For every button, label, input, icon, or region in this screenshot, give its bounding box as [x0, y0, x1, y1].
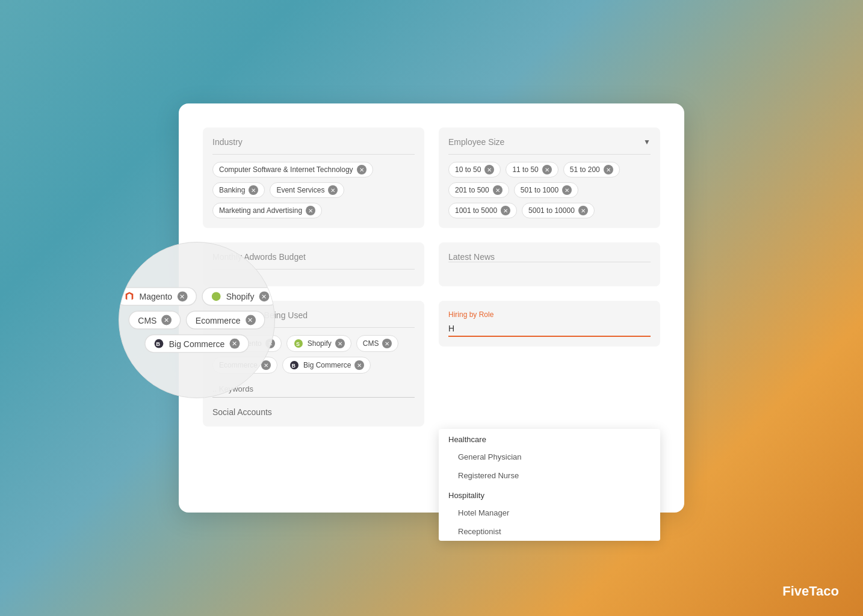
tag-501-1000[interactable]: 501 to 1000 ✕: [514, 182, 578, 198]
bigcommerce-icon: B: [289, 360, 300, 371]
remove-1001-5000[interactable]: ✕: [501, 206, 510, 215]
top-row: Industry Computer Software & Internet Te…: [203, 128, 660, 228]
fivetaco-five: Five: [782, 584, 809, 599]
remove-shopify[interactable]: ✕: [335, 339, 345, 348]
tag-10-50[interactable]: 10 to 50 ✕: [448, 162, 501, 177]
tag-cms[interactable]: CMS ✕: [356, 335, 399, 352]
svg-text:B: B: [156, 340, 160, 347]
tag-banking[interactable]: Banking ✕: [212, 182, 265, 198]
remove-banking[interactable]: ✕: [249, 185, 258, 195]
latest-news-section: Latest News: [439, 242, 660, 286]
svg-point-6: [212, 292, 221, 301]
tag-11-50[interactable]: 11 to 50 ✕: [506, 162, 558, 177]
tag-51-200[interactable]: 51 to 200 ✕: [563, 162, 620, 177]
svg-text:B: B: [292, 363, 296, 369]
remove-201-500[interactable]: ✕: [493, 185, 503, 195]
zoom-tag-shopify: Shopify ✕: [202, 287, 275, 306]
zoom-tag-ecommerce: Ecommerce ✕: [186, 311, 265, 330]
industry-label: Industry: [212, 137, 415, 147]
remove-marketing[interactable]: ✕: [306, 206, 315, 215]
tag-event-services[interactable]: Event Services ✕: [270, 182, 344, 198]
remove-bigcommerce[interactable]: ✕: [354, 360, 364, 370]
remove-10-50[interactable]: ✕: [484, 165, 494, 174]
employee-size-section: Employee Size ▼ 10 to 50 ✕ 11 to 50 ✕ 51…: [439, 128, 660, 228]
hiring-input[interactable]: [448, 321, 651, 337]
remove-51-200[interactable]: ✕: [604, 165, 613, 174]
fivetaco-taco: Taco: [809, 584, 839, 599]
employee-size-tags: 10 to 50 ✕ 11 to 50 ✕ 51 to 200 ✕ 201 to…: [448, 162, 651, 218]
social-accounts-label: Social Accounts: [212, 407, 272, 417]
zoom-tag-cms: CMS ✕: [129, 311, 181, 330]
tag-201-500[interactable]: 201 to 500 ✕: [448, 182, 509, 198]
dropdown-item-general-physician[interactable]: General Physician: [439, 448, 660, 466]
tag-bigcommerce[interactable]: B Big Commerce ✕: [282, 357, 371, 374]
dropdown-group-hospitality[interactable]: Hospitality: [439, 485, 660, 504]
dropdown-item-hotel-manager[interactable]: Hotel Manager: [439, 504, 660, 522]
tag-5001-10000[interactable]: 5001 to 10000 ✕: [522, 203, 595, 218]
tag-marketing[interactable]: Marketing and Advertising ✕: [212, 203, 322, 218]
tag-1001-5000[interactable]: 1001 to 5000 ✕: [448, 203, 517, 218]
hiring-container: Hiring by Role Healthcare General Physic…: [439, 301, 660, 427]
zoom-content: Magento ✕ Shopify ✕ CMS ✕ Ecommerce ✕: [119, 279, 275, 361]
industry-section: Industry Computer Software & Internet Te…: [203, 128, 424, 228]
dropdown-item-registered-nurse[interactable]: Registered Nurse: [439, 466, 660, 485]
employee-size-label: Employee Size ▼: [448, 137, 651, 147]
remove-501-1000[interactable]: ✕: [562, 185, 572, 195]
hiring-section: Hiring by Role: [439, 301, 660, 346]
social-accounts-section: Social Accounts: [212, 398, 415, 417]
latest-news-label: Latest News: [448, 252, 651, 262]
remove-cms[interactable]: ✕: [382, 339, 392, 348]
remove-event-services[interactable]: ✕: [328, 185, 338, 195]
hiring-label: Hiring by Role: [448, 310, 651, 319]
tag-shopify[interactable]: S Shopify ✕: [286, 335, 351, 352]
svg-marker-5: [126, 292, 134, 300]
industry-tags: Computer Software & Internet Technology …: [212, 162, 415, 218]
dropdown-group-healthcare[interactable]: Healthcare: [439, 429, 660, 448]
remove-5001-10000[interactable]: ✕: [578, 206, 588, 215]
dropdown-item-receptionist[interactable]: Receptionist: [439, 522, 660, 541]
remove-11-50[interactable]: ✕: [542, 165, 552, 174]
zoom-tag-magento: Magento ✕: [119, 287, 197, 306]
main-card: Industry Computer Software & Internet Te…: [179, 103, 684, 513]
tag-computer-software[interactable]: Computer Software & Internet Technology …: [212, 162, 373, 177]
fivetaco-brand: FiveTaco: [782, 584, 839, 599]
hiring-dropdown: Healthcare General Physician Registered …: [439, 429, 660, 541]
zoom-circle-overlay: Magento ✕ Shopify ✕ CMS ✕ Ecommerce ✕: [119, 242, 275, 398]
svg-text:S: S: [296, 341, 300, 347]
shopify-icon: S: [293, 338, 304, 349]
employee-size-arrow[interactable]: ▼: [643, 138, 651, 146]
remove-computer-software[interactable]: ✕: [357, 165, 367, 174]
zoom-tag-bigcommerce: B Big Commerce ✕: [144, 334, 249, 353]
